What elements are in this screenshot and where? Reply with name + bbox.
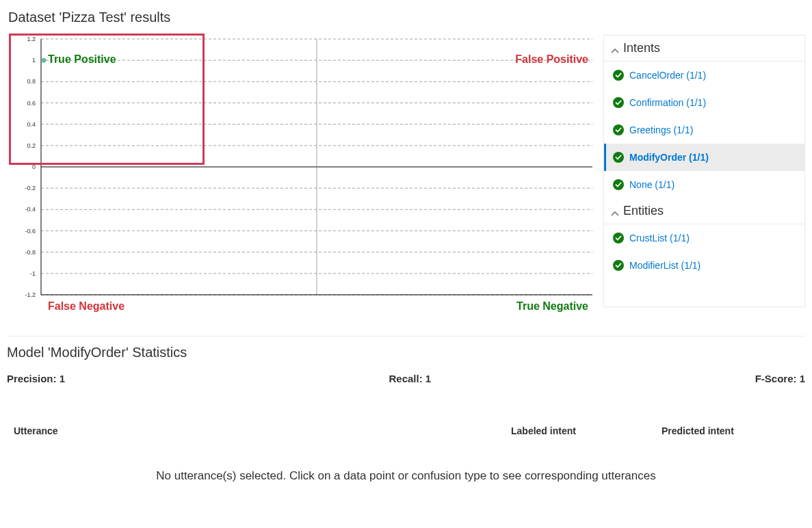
svg-text:-1: -1: [30, 270, 36, 277]
check-circle-icon: [613, 260, 624, 271]
entities-label: Entities: [623, 204, 664, 218]
svg-text:-0.2: -0.2: [25, 185, 36, 192]
svg-text:0.8: 0.8: [27, 78, 36, 85]
empty-utterances-message: No utterance(s) selected. Click on a dat…: [7, 469, 805, 483]
svg-point-36: [613, 152, 624, 163]
check-circle-icon: [613, 233, 624, 243]
entity-item[interactable]: ModifierList (1/1): [604, 252, 804, 279]
page-title: Dataset 'Pizza Test' results: [8, 10, 805, 25]
intent-item[interactable]: CancelOrder (1/1): [604, 62, 804, 89]
col-predicted-intent[interactable]: Predicted intent: [662, 425, 798, 436]
intent-item[interactable]: None (1/1): [604, 171, 804, 198]
svg-point-34: [613, 97, 624, 108]
divider: [7, 336, 805, 336]
intents-label: Intents: [623, 41, 660, 55]
svg-point-37: [613, 179, 624, 190]
svg-text:-0.6: -0.6: [25, 228, 36, 235]
intent-item[interactable]: Confirmation (1/1): [604, 89, 804, 116]
svg-text:True Positive: True Positive: [48, 53, 116, 65]
recall-value: Recall: 1: [389, 373, 431, 384]
intent-label: None (1/1): [629, 179, 675, 190]
fscore-value: F-Score: 1: [755, 373, 805, 384]
intent-label: Greetings (1/1): [629, 124, 693, 135]
svg-text:True Negative: True Negative: [516, 300, 588, 312]
chart-data-point[interactable]: [42, 58, 47, 63]
svg-text:False Positive: False Positive: [515, 53, 588, 65]
entity-item[interactable]: CrustList (1/1): [604, 224, 804, 252]
intents-header[interactable]: Intents: [604, 36, 804, 61]
intent-label: Confirmation (1/1): [629, 97, 706, 108]
stats-title: Model 'ModifyOrder' Statistics: [7, 345, 805, 360]
svg-text:-0.8: -0.8: [25, 249, 36, 256]
intent-label: CancelOrder (1/1): [629, 70, 706, 81]
check-circle-icon: [613, 124, 624, 135]
svg-text:0: 0: [32, 163, 36, 170]
svg-text:-0.4: -0.4: [25, 206, 36, 213]
check-circle-icon: [613, 179, 624, 190]
col-utterance[interactable]: Utterance: [14, 425, 511, 436]
intent-item[interactable]: ModifyOrder (1/1): [604, 144, 804, 171]
intent-item[interactable]: Greetings (1/1): [604, 116, 804, 144]
svg-text:0.6: 0.6: [27, 100, 36, 107]
svg-text:False Negative: False Negative: [48, 300, 125, 312]
results-sidebar: Intents CancelOrder (1/1)Confirmation (1…: [603, 35, 805, 307]
check-circle-icon: [613, 152, 624, 163]
svg-text:0.4: 0.4: [27, 121, 36, 128]
check-circle-icon: [613, 97, 624, 108]
svg-point-33: [613, 70, 624, 81]
entity-label: ModifierList (1/1): [629, 260, 700, 271]
svg-text:0.2: 0.2: [27, 142, 36, 149]
svg-point-38: [613, 233, 624, 243]
confusion-chart[interactable]: 1.210.80.60.40.20-0.2-0.4-0.6-0.8-1-1.2T…: [7, 35, 595, 315]
chevron-up-icon: [611, 44, 619, 53]
chevron-up-icon: [611, 207, 619, 215]
precision-value: Precision: 1: [7, 373, 65, 384]
utterance-table-header: Utterance Labeled intent Predicted inten…: [7, 425, 805, 443]
svg-point-39: [613, 260, 624, 271]
entities-header[interactable]: Entities: [604, 198, 804, 224]
svg-point-35: [613, 124, 624, 135]
check-circle-icon: [613, 70, 624, 81]
svg-text:1.2: 1.2: [27, 36, 36, 42]
intent-label: ModifyOrder (1/1): [629, 152, 709, 163]
col-labeled-intent[interactable]: Labeled intent: [511, 425, 662, 436]
svg-text:1: 1: [32, 57, 36, 64]
sidebar-scroll[interactable]: Intents CancelOrder (1/1)Confirmation (1…: [604, 36, 804, 306]
entity-label: CrustList (1/1): [629, 233, 690, 243]
stats-row: Precision: 1 Recall: 1 F-Score: 1: [7, 373, 805, 384]
svg-text:-1.2: -1.2: [25, 291, 36, 298]
